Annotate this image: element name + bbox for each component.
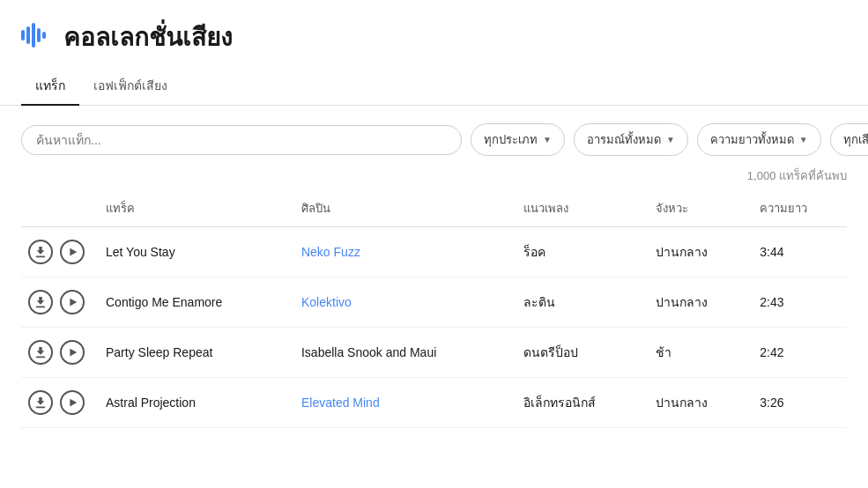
col-track-name: แทร็ค (95, 192, 291, 227)
track-name-cell: Contigo Me Enamore (95, 277, 291, 328)
svg-rect-0 (21, 30, 25, 41)
track-genre: ร็อค (523, 245, 545, 259)
track-tempo: ปานกลาง (656, 295, 708, 309)
artist-name: Isabella Snook and Maui (301, 345, 436, 359)
track-artist-cell: Neko Fuzz (291, 227, 513, 277)
table-row: Astral Projection Elevated Mind อิเล็กทร… (21, 378, 847, 428)
filter-mood-button[interactable]: อารมณ์ทั้งหมด ▼ (574, 123, 688, 156)
artist-link[interactable]: Elevated Mind (301, 396, 380, 410)
svg-rect-8 (36, 406, 46, 408)
svg-rect-2 (32, 23, 35, 48)
track-genre-cell: ร็อค (513, 227, 646, 277)
play-button[interactable] (60, 340, 85, 365)
track-tempo-cell: ช้า (645, 328, 749, 378)
table-row: Let You Stay Neko Fuzz ร็อค ปานกลาง 3:44 (21, 227, 847, 277)
table-row: Party Sleep Repeat Isabella Snook and Ma… (21, 328, 847, 378)
track-duration-cell: 3:44 (749, 227, 847, 277)
col-tempo: จังหวะ (645, 192, 749, 227)
filter-duration-label: ความยาวทั้งหมด (710, 130, 794, 149)
track-tempo: ปานกลาง (656, 245, 708, 259)
table-header-row: แทร็ค ศิลปิน แนวเพลง จังหวะ ความยาว (21, 192, 847, 227)
actions-group (28, 340, 85, 365)
track-duration: 3:44 (760, 245, 783, 259)
track-table-container: แทร็ค ศิลปิน แนวเพลง จังหวะ ความยาว (0, 192, 868, 428)
page-title: คอลเลกชั่นเสียง (63, 18, 233, 56)
chevron-down-icon: ▼ (799, 135, 808, 144)
track-name-cell: Party Sleep Repeat (95, 328, 291, 378)
tab-sound-effects[interactable]: เอฟเฟ็กต์เสียง (79, 67, 182, 106)
track-duration-cell: 2:43 (749, 277, 847, 328)
filter-sound-button[interactable]: ทุกเสียง ▼ (830, 123, 868, 156)
track-duration: 2:43 (760, 295, 783, 309)
results-count: 1,000 แทร็คที่ค้นพบ (0, 163, 868, 192)
filter-mood-label: อารมณ์ทั้งหมด (587, 130, 661, 149)
track-artist-cell: Isabella Snook and Maui (291, 328, 513, 378)
track-genre: อิเล็กทรอนิกส์ (523, 396, 596, 410)
table-row: Contigo Me Enamore Kolektivo ละติน ปานกล… (21, 277, 847, 328)
track-tempo: ปานกลาง (656, 396, 708, 410)
track-genre: ละติน (523, 295, 555, 309)
actions-group (28, 240, 85, 264)
track-artist-cell: Elevated Mind (291, 378, 513, 428)
actions-group (28, 290, 85, 314)
track-table: แทร็ค ศิลปิน แนวเพลง จังหวะ ความยาว (21, 192, 847, 428)
track-actions-cell (21, 328, 95, 378)
page-header: คอลเลกชั่นเสียง (0, 0, 868, 67)
download-button[interactable] (28, 240, 53, 264)
filter-sound-label: ทุกเสียง (843, 130, 868, 149)
track-name: Astral Projection (106, 396, 196, 410)
track-tempo-cell: ปานกลาง (645, 227, 749, 277)
track-duration-cell: 3:26 (749, 378, 847, 428)
download-button[interactable] (28, 390, 53, 415)
track-actions-cell (21, 227, 95, 277)
tab-bar: แทร็ก เอฟเฟ็กต์เสียง (0, 67, 868, 106)
filter-duration-button[interactable]: ความยาวทั้งหมด ▼ (697, 123, 821, 156)
filter-type-button[interactable]: ทุกประเภท ▼ (471, 123, 565, 156)
search-input[interactable] (21, 125, 462, 155)
track-tempo: ช้า (656, 345, 671, 359)
play-button[interactable] (60, 390, 85, 415)
track-duration-cell: 2:42 (749, 328, 847, 378)
track-tempo-cell: ปานกลาง (645, 277, 749, 328)
track-name: Party Sleep Repeat (106, 345, 212, 359)
track-duration: 3:26 (760, 396, 783, 410)
track-actions-cell (21, 277, 95, 328)
play-button[interactable] (60, 290, 85, 314)
track-genre-cell: อิเล็กทรอนิกส์ (513, 378, 646, 428)
chevron-down-icon: ▼ (666, 135, 675, 144)
track-tempo-cell: ปานกลาง (645, 378, 749, 428)
col-genre: แนวเพลง (513, 192, 646, 227)
track-artist-cell: Kolektivo (291, 277, 513, 328)
track-genre-cell: ดนตรีป็อป (513, 328, 646, 378)
track-duration: 2:42 (760, 345, 783, 359)
filter-type-label: ทุกประเภท (484, 130, 538, 149)
track-actions-cell (21, 378, 95, 428)
play-button[interactable] (60, 240, 85, 264)
track-name: Contigo Me Enamore (106, 295, 222, 309)
col-track (21, 192, 95, 227)
artist-link[interactable]: Neko Fuzz (301, 245, 360, 259)
track-name-cell: Let You Stay (95, 227, 291, 277)
track-name-cell: Astral Projection (95, 378, 291, 428)
tab-tracks[interactable]: แทร็ก (21, 67, 79, 106)
track-name: Let You Stay (106, 245, 175, 259)
toolbar: ทุกประเภท ▼ อารมณ์ทั้งหมด ▼ ความยาวทั้งห… (0, 106, 868, 163)
download-button[interactable] (28, 340, 53, 365)
actions-group (28, 390, 85, 415)
col-artist: ศิลปิน (291, 192, 513, 227)
chevron-down-icon: ▼ (543, 135, 552, 144)
svg-rect-4 (42, 32, 46, 39)
track-genre-cell: ละติน (513, 277, 646, 328)
sound-wave-icon (21, 23, 53, 52)
svg-rect-3 (37, 28, 41, 42)
svg-rect-1 (26, 26, 30, 44)
download-button[interactable] (28, 290, 53, 314)
track-genre: ดนตรีป็อป (523, 345, 578, 359)
svg-rect-7 (36, 356, 46, 358)
col-duration: ความยาว (749, 192, 847, 227)
svg-rect-6 (36, 306, 46, 307)
artist-link[interactable]: Kolektivo (301, 295, 352, 309)
svg-rect-5 (36, 255, 46, 257)
